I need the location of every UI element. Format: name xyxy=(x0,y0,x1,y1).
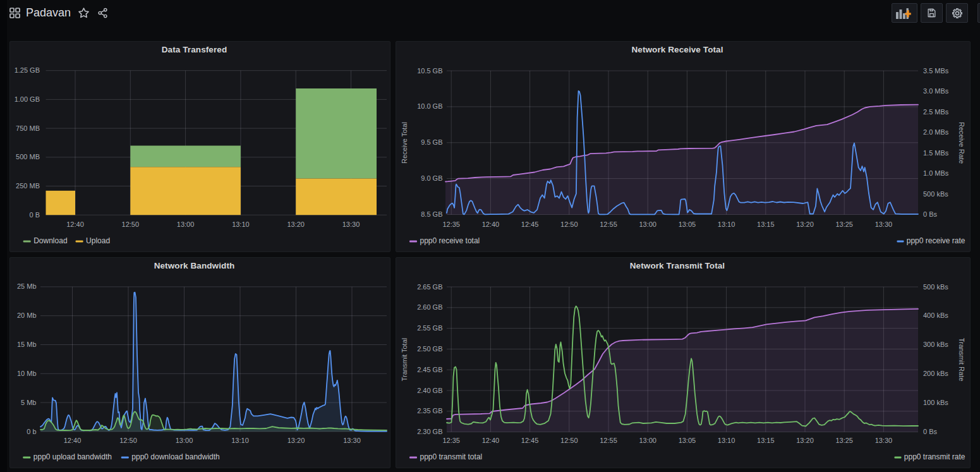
svg-text:2.60 GB: 2.60 GB xyxy=(417,303,442,311)
svg-text:5 Mb: 5 Mb xyxy=(21,399,36,406)
svg-text:1.25 GB: 1.25 GB xyxy=(15,66,40,74)
svg-text:15 Mb: 15 Mb xyxy=(17,341,37,348)
svg-text:2.30 GB: 2.30 GB xyxy=(417,428,442,435)
svg-text:3.5 MBs: 3.5 MBs xyxy=(923,67,949,75)
svg-text:0 b: 0 b xyxy=(27,428,36,435)
svg-text:2.65 GB: 2.65 GB xyxy=(417,283,442,291)
svg-text:2.45 GB: 2.45 GB xyxy=(417,366,442,373)
svg-text:25 Mb: 25 Mb xyxy=(17,282,37,290)
svg-text:ppp0 upload bandwidth: ppp0 upload bandwidth xyxy=(33,452,112,461)
svg-text:12:40: 12:40 xyxy=(482,221,500,228)
svg-text:12:50: 12:50 xyxy=(560,221,578,228)
svg-text:Transmit Rate: Transmit Rate xyxy=(958,338,965,382)
svg-text:ppp0 transmit rate: ppp0 transmit rate xyxy=(904,452,965,461)
svg-text:13:10: 13:10 xyxy=(232,221,250,228)
svg-text:13:00: 13:00 xyxy=(639,437,656,444)
svg-text:13:00: 13:00 xyxy=(177,221,195,228)
svg-text:12:45: 12:45 xyxy=(521,437,539,444)
svg-text:13:15: 13:15 xyxy=(757,437,775,444)
svg-text:13:05: 13:05 xyxy=(679,221,696,228)
svg-text:ppp0 download bandwidth: ppp0 download bandwidth xyxy=(131,452,219,461)
svg-text:13:20: 13:20 xyxy=(287,221,305,228)
svg-text:Download: Download xyxy=(33,236,67,245)
svg-text:13:10: 13:10 xyxy=(718,437,735,444)
svg-text:12:35: 12:35 xyxy=(442,437,460,444)
svg-text:2.0 MBs: 2.0 MBs xyxy=(923,128,949,136)
svg-text:2.40 GB: 2.40 GB xyxy=(417,387,442,394)
svg-text:13:10: 13:10 xyxy=(718,221,735,228)
svg-text:10 Mb: 10 Mb xyxy=(17,370,37,377)
svg-text:12:40: 12:40 xyxy=(482,437,500,444)
svg-text:13:15: 13:15 xyxy=(757,221,775,228)
svg-text:8.5 GB: 8.5 GB xyxy=(421,210,442,218)
svg-text:13:30: 13:30 xyxy=(342,221,360,228)
svg-text:12:35: 12:35 xyxy=(442,221,460,228)
svg-text:2.35 GB: 2.35 GB xyxy=(417,407,442,415)
svg-text:13:25: 13:25 xyxy=(835,221,853,228)
svg-text:13:05: 13:05 xyxy=(679,437,696,444)
svg-text:Transmit Total: Transmit Total xyxy=(401,338,408,381)
svg-text:ppp0 receive total: ppp0 receive total xyxy=(420,236,480,245)
svg-text:Receive Total: Receive Total xyxy=(401,122,408,164)
svg-text:9.0 GB: 9.0 GB xyxy=(421,174,442,182)
svg-text:200 kBs: 200 kBs xyxy=(923,370,948,377)
svg-text:12:50: 12:50 xyxy=(119,437,137,444)
svg-text:13:30: 13:30 xyxy=(875,437,893,444)
svg-text:12:40: 12:40 xyxy=(66,221,84,228)
svg-text:500 kBs: 500 kBs xyxy=(923,190,948,198)
svg-text:13:20: 13:20 xyxy=(287,437,305,444)
svg-text:500 MB: 500 MB xyxy=(16,153,40,160)
svg-text:750 MB: 750 MB xyxy=(16,124,40,132)
svg-text:500 kBs: 500 kBs xyxy=(923,283,948,291)
svg-text:13:10: 13:10 xyxy=(231,437,249,444)
svg-text:13:00: 13:00 xyxy=(639,221,656,228)
svg-text:20 Mb: 20 Mb xyxy=(17,312,37,319)
svg-text:9.5 GB: 9.5 GB xyxy=(421,138,442,146)
svg-text:12:50: 12:50 xyxy=(122,221,140,228)
svg-text:2.55 GB: 2.55 GB xyxy=(417,324,442,332)
svg-text:1.0 MBs: 1.0 MBs xyxy=(923,169,949,177)
svg-text:2.5 MBs: 2.5 MBs xyxy=(923,108,949,116)
svg-text:12:50: 12:50 xyxy=(560,437,578,444)
svg-text:2.50 GB: 2.50 GB xyxy=(417,345,442,353)
svg-text:250 MB: 250 MB xyxy=(16,182,40,190)
svg-text:ppp0 receive rate: ppp0 receive rate xyxy=(907,236,965,245)
svg-text:ppp0 transmit total: ppp0 transmit total xyxy=(420,452,483,461)
svg-text:13:20: 13:20 xyxy=(796,221,814,228)
svg-text:Receive Rate: Receive Rate xyxy=(958,122,965,164)
svg-text:1.5 MBs: 1.5 MBs xyxy=(923,149,949,157)
svg-text:13:30: 13:30 xyxy=(343,437,361,444)
svg-text:10.5 GB: 10.5 GB xyxy=(417,67,442,75)
svg-text:0 B: 0 B xyxy=(29,211,40,219)
svg-text:13:20: 13:20 xyxy=(796,437,814,444)
svg-text:10.0 GB: 10.0 GB xyxy=(417,102,442,110)
svg-text:12:55: 12:55 xyxy=(600,221,617,228)
svg-text:13:00: 13:00 xyxy=(176,437,193,444)
svg-text:Upload: Upload xyxy=(86,236,110,245)
svg-text:400 kBs: 400 kBs xyxy=(923,312,948,319)
svg-text:300 kBs: 300 kBs xyxy=(923,341,948,348)
svg-text:100 kBs: 100 kBs xyxy=(923,399,948,406)
svg-text:12:55: 12:55 xyxy=(600,437,617,444)
svg-text:12:45: 12:45 xyxy=(521,221,539,228)
svg-text:0 Bs: 0 Bs xyxy=(923,210,938,218)
svg-text:0 Bs: 0 Bs xyxy=(923,428,938,435)
svg-text:12:40: 12:40 xyxy=(64,437,82,444)
svg-text:3.0 MBs: 3.0 MBs xyxy=(923,87,949,95)
svg-text:13:25: 13:25 xyxy=(835,437,853,444)
svg-text:1.00 GB: 1.00 GB xyxy=(15,95,40,103)
svg-text:13:30: 13:30 xyxy=(875,221,893,228)
